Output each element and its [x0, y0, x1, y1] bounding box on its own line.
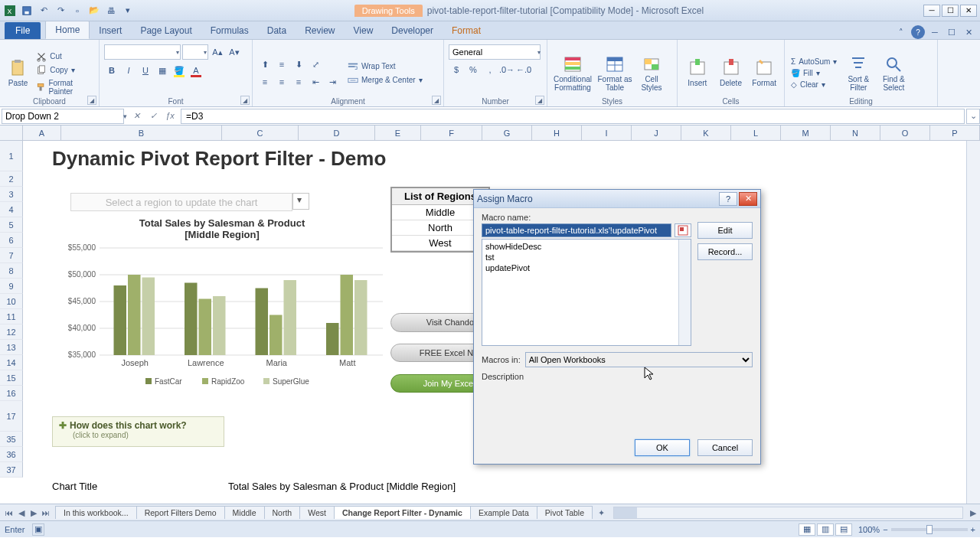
print-preview-icon[interactable]: 🖶: [104, 4, 118, 18]
macro-record-icon[interactable]: ▣: [32, 523, 44, 536]
dropdown-arrow-icon[interactable]: [292, 193, 309, 210]
file-tab[interactable]: File: [5, 22, 41, 39]
sheet-tab[interactable]: Example Data: [470, 506, 537, 519]
row-header-3[interactable]: 3: [0, 187, 23, 202]
tab-nav-next-icon[interactable]: ▶: [28, 507, 40, 519]
sheet-tab[interactable]: North: [264, 506, 301, 519]
bold-icon[interactable]: B: [104, 63, 119, 78]
name-box-dropdown-icon[interactable]: ▾: [123, 112, 127, 120]
tab-page-layout[interactable]: Page Layout: [131, 22, 201, 39]
fx-icon[interactable]: ƒx: [162, 111, 178, 121]
row-header-13[interactable]: 13: [0, 340, 23, 355]
format-painter-button[interactable]: Format Painter: [34, 78, 94, 96]
find-select-button[interactable]: Find & Select: [878, 55, 909, 92]
alignment-dialog-launcher-icon[interactable]: ◢: [432, 96, 441, 105]
comma-icon[interactable]: ,: [482, 62, 498, 77]
shrink-font-icon[interactable]: A▾: [227, 44, 242, 60]
row-header-9[interactable]: 9: [0, 279, 23, 294]
name-box-input[interactable]: [2, 111, 123, 122]
name-box[interactable]: ▾: [2, 109, 124, 124]
decrease-indent-icon[interactable]: ⇤: [308, 74, 323, 90]
wrap-text-button[interactable]: Wrap Text: [346, 60, 424, 73]
macro-item[interactable]: updatePivot: [484, 262, 689, 273]
new-sheet-icon[interactable]: ✦: [592, 508, 610, 517]
sheet-tab[interactable]: Report Filters Demo: [136, 506, 225, 519]
number-dialog-launcher-icon[interactable]: ◢: [535, 96, 544, 105]
tab-formulas[interactable]: Formulas: [201, 22, 258, 39]
macro-item[interactable]: tst: [484, 252, 689, 262]
sheet-tab[interactable]: Pivot Table: [537, 506, 593, 519]
col-header-H[interactable]: H: [532, 126, 582, 141]
delete-cells-button[interactable]: Delete: [716, 59, 746, 87]
row-header-37[interactable]: 37: [0, 462, 23, 478]
hscroll-right-icon[interactable]: ▶: [966, 508, 980, 517]
col-header-D[interactable]: D: [299, 126, 375, 141]
fill-button[interactable]: 🪣 Fill▾: [789, 68, 838, 78]
tab-review[interactable]: Review: [296, 22, 344, 39]
col-header-K[interactable]: K: [681, 126, 731, 141]
sort-filter-button[interactable]: Sort & Filter: [843, 55, 874, 92]
col-header-J[interactable]: J: [632, 126, 681, 141]
fill-color-icon[interactable]: 🪣: [172, 63, 187, 78]
autosum-button[interactable]: Σ AutoSum▾: [789, 57, 838, 67]
orientation-icon[interactable]: ⤢: [308, 57, 323, 72]
zoom-slider[interactable]: [891, 528, 968, 531]
font-color-icon[interactable]: A: [188, 63, 204, 78]
dialog-help-button[interactable]: ?: [719, 192, 737, 206]
row-header-2[interactable]: 2: [0, 171, 23, 187]
align-bottom-icon[interactable]: ⬇: [291, 57, 306, 72]
align-right-icon[interactable]: ≡: [291, 74, 306, 90]
row-header-6[interactable]: 6: [0, 233, 23, 248]
record-button[interactable]: Record...: [697, 243, 753, 260]
col-header-I[interactable]: I: [582, 126, 632, 141]
insert-cells-button[interactable]: Insert: [682, 59, 713, 87]
format-tab[interactable]: Format: [443, 22, 490, 39]
enter-formula-icon[interactable]: ✓: [145, 111, 161, 121]
row-header-8[interactable]: 8: [0, 263, 23, 279]
range-selector-icon[interactable]: [675, 223, 691, 237]
copy-button[interactable]: Copy▾: [34, 64, 94, 77]
align-center-icon[interactable]: ≡: [274, 74, 289, 90]
select-all-corner[interactable]: [0, 126, 23, 141]
clear-button[interactable]: ◇ Clear▾: [789, 80, 838, 90]
col-header-M[interactable]: M: [781, 126, 831, 141]
redo-icon[interactable]: ↷: [54, 4, 67, 18]
align-middle-icon[interactable]: ≡: [274, 57, 289, 72]
col-header-P[interactable]: P: [930, 126, 980, 141]
row-header-15[interactable]: 15: [0, 370, 23, 386]
zoom-in-icon[interactable]: +: [971, 525, 975, 534]
new-icon[interactable]: ▫: [70, 4, 84, 18]
zoom-level[interactable]: 100%: [858, 525, 880, 534]
sheet-tab[interactable]: Middle: [224, 506, 265, 519]
zoom-out-icon[interactable]: −: [883, 525, 887, 534]
row-header-11[interactable]: 11: [0, 309, 23, 324]
close-button[interactable]: ✕: [960, 5, 977, 17]
clipboard-dialog-launcher-icon[interactable]: ◢: [87, 96, 96, 105]
tab-insert[interactable]: Insert: [90, 22, 131, 39]
align-left-icon[interactable]: ≡: [257, 74, 273, 90]
minimize-ribbon-icon[interactable]: ˄: [894, 25, 908, 39]
region-dropdown[interactable]: Select a region to update the chart: [70, 193, 292, 211]
open-icon[interactable]: 📂: [87, 4, 101, 18]
dialog-close-button[interactable]: ✕: [739, 192, 757, 206]
number-format-combo[interactable]: ▾: [449, 44, 542, 60]
italic-icon[interactable]: I: [121, 63, 136, 78]
cancel-button[interactable]: Cancel: [697, 439, 753, 456]
row-header-5[interactable]: 5: [0, 217, 23, 233]
macro-list-scrollbar[interactable]: [678, 240, 691, 345]
macro-name-input[interactable]: [482, 223, 671, 237]
page-break-view-icon[interactable]: ▤: [835, 523, 852, 536]
sheet-tab[interactable]: In this workbook...: [55, 506, 137, 519]
col-header-C[interactable]: C: [222, 126, 299, 141]
excel-icon[interactable]: X: [3, 4, 17, 18]
expand-formula-bar-icon[interactable]: ⌄: [966, 109, 980, 124]
save-icon[interactable]: [20, 4, 34, 18]
font-size-combo[interactable]: ▾: [182, 44, 208, 60]
col-header-B[interactable]: B: [61, 126, 222, 141]
col-header-O[interactable]: O: [880, 126, 930, 141]
tab-nav-last-icon[interactable]: ⏭: [40, 507, 52, 519]
align-top-icon[interactable]: ⬆: [257, 57, 273, 72]
page-layout-view-icon[interactable]: ▥: [817, 523, 834, 536]
col-header-E[interactable]: E: [375, 126, 421, 141]
sheet-tab[interactable]: Change Report Filter - Dynamic: [334, 506, 471, 519]
